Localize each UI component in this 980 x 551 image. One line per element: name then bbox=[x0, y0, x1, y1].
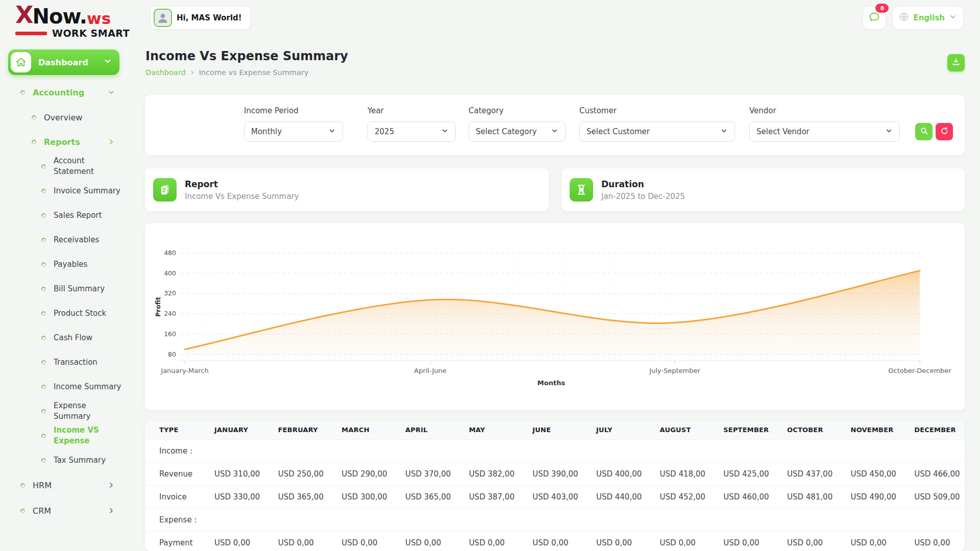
download-button[interactable] bbox=[947, 54, 965, 71]
amount-cell: USD 0,00 bbox=[838, 532, 901, 551]
amount-cell: USD 0,00 bbox=[519, 532, 583, 551]
year-select[interactable]: 2025 bbox=[368, 121, 456, 142]
summary-table-card: TYPEJANUARYFEBRUARYMARCHAPRILMAYJUNEJULY… bbox=[145, 420, 965, 551]
language-select[interactable]: English bbox=[892, 6, 964, 30]
bullet-icon bbox=[41, 163, 47, 169]
bullet-icon bbox=[31, 139, 37, 145]
bullet-icon bbox=[20, 482, 26, 488]
amount-cell: USD 390,00 bbox=[519, 463, 583, 486]
chevron-down-icon bbox=[103, 57, 112, 68]
user-menu[interactable]: Hi, MAS World! bbox=[150, 6, 251, 30]
filter-label: Customer bbox=[579, 106, 617, 115]
sidebar-item-bill-summary[interactable]: Bill Summary bbox=[0, 277, 138, 301]
home-icon bbox=[11, 52, 31, 72]
chevron-right-icon bbox=[107, 507, 115, 515]
amount-cell: USD 0,00 bbox=[774, 532, 838, 551]
sidebar-item-income-summary[interactable]: Income Summary bbox=[0, 374, 138, 399]
sidebar-item-label: CRM bbox=[33, 506, 51, 516]
sidebar-item-label: Dashboard bbox=[38, 58, 96, 67]
app-logo[interactable]: XNow.ws WORK SMART bbox=[15, 3, 130, 38]
selected-value: 2025 bbox=[375, 127, 394, 136]
amount-cell: USD 440,00 bbox=[583, 486, 647, 509]
sidebar-item-transaction[interactable]: Transaction bbox=[0, 350, 138, 374]
y-tick-label: 160 bbox=[164, 330, 176, 338]
selected-value: Monthly bbox=[251, 127, 282, 136]
chat-icon bbox=[868, 11, 880, 25]
sidebar-item-sales-report[interactable]: Sales Report bbox=[0, 203, 138, 228]
sidebar-item-label: Accounting bbox=[33, 88, 84, 97]
sidebar-item-account-statement[interactable]: Account Statement bbox=[0, 154, 138, 179]
bullet-icon bbox=[41, 310, 47, 316]
income-period-select[interactable]: Monthly bbox=[244, 121, 343, 142]
sidebar-item-product-stock[interactable]: Product Stock bbox=[0, 301, 138, 325]
amount-cell: USD 400,00 bbox=[583, 463, 647, 486]
hourglass-icon bbox=[570, 178, 593, 202]
reset-button[interactable] bbox=[936, 123, 953, 140]
amount-cell: USD 0,00 bbox=[328, 532, 392, 551]
amount-cell: USD 466,00 bbox=[901, 463, 965, 486]
vendor-select[interactable]: Select Vendor bbox=[749, 121, 900, 142]
messages-button[interactable]: 0 bbox=[863, 6, 886, 30]
report-document-icon bbox=[153, 178, 177, 202]
customer-select[interactable]: Select Customer bbox=[579, 121, 735, 142]
sidebar-item-payables[interactable]: Payables bbox=[0, 252, 138, 277]
chevron-down-icon bbox=[551, 127, 558, 137]
duration-card-subtitle: Jan-2025 to Dec-2025 bbox=[601, 192, 685, 201]
breadcrumb-home-link[interactable]: Dashboard bbox=[145, 68, 186, 77]
bullet-icon bbox=[20, 508, 26, 514]
amount-cell: USD 0,00 bbox=[647, 532, 710, 551]
sidebar-item-label: Cash Flow bbox=[54, 333, 92, 343]
filter-label: Category bbox=[469, 106, 504, 115]
sidebar-item-invoice-summary[interactable]: Invoice Summary bbox=[0, 179, 138, 203]
y-tick-label: 320 bbox=[164, 289, 176, 297]
category-select[interactable]: Select Category bbox=[469, 121, 566, 142]
report-card: Report Income Vs Expense Summary bbox=[145, 168, 549, 211]
sidebar-item-overview[interactable]: Overview bbox=[0, 105, 138, 130]
chevron-right-icon bbox=[107, 481, 115, 489]
messages-badge: 0 bbox=[875, 4, 889, 13]
sidebar-item-cash-flow[interactable]: Cash Flow bbox=[0, 325, 138, 350]
table-header-row: TYPEJANUARYFEBRUARYMARCHAPRILMAYJUNEJULY… bbox=[145, 420, 965, 440]
sidebar-item-receivables[interactable]: Receivables bbox=[0, 228, 138, 252]
chevron-down-icon bbox=[107, 88, 115, 96]
amount-cell: USD 0,00 bbox=[265, 532, 329, 551]
amount-cell: USD 382,00 bbox=[456, 463, 520, 486]
sidebar-item-label: Receivables bbox=[54, 235, 99, 245]
amount-cell: USD 452,00 bbox=[647, 486, 710, 509]
sidebar-item-reports[interactable]: Reports bbox=[0, 130, 138, 154]
year-field: Year2025 bbox=[368, 95, 456, 155]
sidebar-item-label: Sales Report bbox=[54, 210, 102, 221]
sidebar-item-accounting[interactable]: Accounting bbox=[0, 80, 138, 105]
area-fill bbox=[185, 271, 920, 361]
page-title: Income Vs Expense Summary bbox=[145, 49, 348, 63]
filter-label: Year bbox=[368, 106, 384, 115]
breadcrumb-separator-icon: › bbox=[191, 68, 194, 77]
sidebar-item-label: Tax Summary bbox=[54, 455, 106, 466]
amount-cell: USD 425,00 bbox=[710, 463, 774, 486]
bullet-icon bbox=[41, 359, 47, 365]
vendor-field: VendorSelect Vendor bbox=[749, 95, 900, 155]
search-button[interactable] bbox=[915, 123, 933, 140]
amount-cell: USD 0,00 bbox=[710, 532, 774, 551]
column-header-type: TYPE bbox=[145, 420, 201, 440]
table-row-revenue: RevenueUSD 310,00USD 250,00USD 290,00USD… bbox=[145, 463, 965, 486]
amount-cell: USD 0,00 bbox=[201, 532, 265, 551]
sidebar-item-crm[interactable]: CRM bbox=[0, 498, 138, 523]
sidebar-item-expense-summary[interactable]: Expense Summary bbox=[0, 399, 138, 423]
y-axis-title: Profit bbox=[154, 297, 162, 317]
amount-cell: USD 0,00 bbox=[583, 532, 647, 551]
sidebar-item-hrm[interactable]: HRM bbox=[0, 472, 138, 498]
category-field: CategorySelect Category bbox=[469, 95, 566, 155]
sidebar-item-income-vs-expense[interactable]: Income VS Expense bbox=[0, 423, 138, 448]
amount-cell: USD 0,00 bbox=[392, 532, 456, 551]
chevron-down-icon bbox=[720, 127, 728, 137]
bullet-icon bbox=[41, 212, 47, 218]
sidebar-item-tax-summary[interactable]: Tax Summary bbox=[0, 448, 138, 472]
income-expense-table: TYPEJANUARYFEBRUARYMARCHAPRILMAYJUNEJULY… bbox=[145, 420, 965, 551]
bullet-icon bbox=[41, 433, 47, 439]
sidebar-item-dashboard[interactable]: Dashboard bbox=[8, 49, 119, 75]
column-header-august: AUGUST bbox=[647, 420, 710, 440]
filter-bar: Income PeriodMonthlyYear2025CategorySele… bbox=[145, 95, 965, 155]
section-label: Expense : bbox=[145, 509, 965, 532]
x-tick-label: July-September bbox=[649, 367, 700, 374]
